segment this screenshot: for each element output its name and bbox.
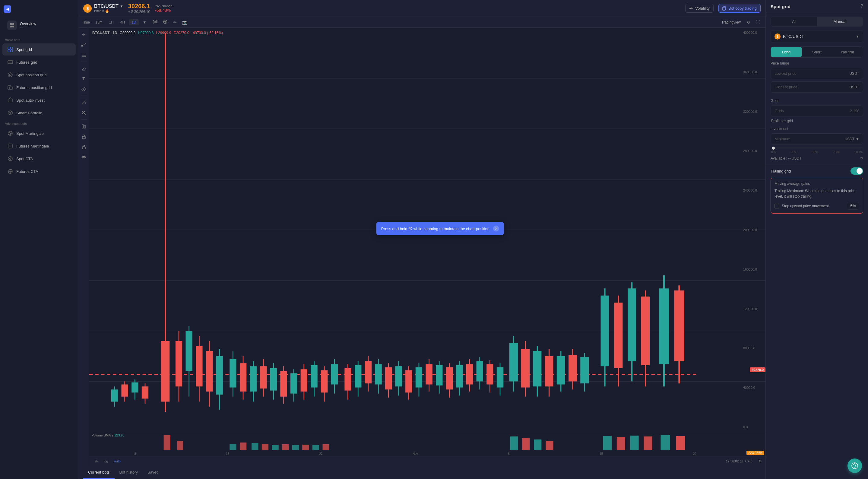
- tf-1d[interactable]: 1D: [129, 19, 138, 25]
- lowest-price-input[interactable]: Lowest price USDT: [771, 68, 863, 79]
- svg-rect-147: [509, 343, 518, 381]
- log-btn[interactable]: log: [102, 459, 110, 463]
- spot-martingale-icon: [7, 130, 13, 136]
- sidebar-item-futures-martingale[interactable]: Futures Martingale: [2, 140, 76, 152]
- lock-open-tool[interactable]: [80, 143, 88, 151]
- highest-price-placeholder: Highest price: [775, 85, 798, 89]
- tf-15m[interactable]: 15m: [93, 19, 105, 25]
- svg-rect-81: [161, 341, 169, 402]
- direction-neutral[interactable]: Neutral: [832, 47, 863, 57]
- futures-grid-label: Futures grid: [16, 60, 37, 64]
- shapes-tool[interactable]: [80, 85, 88, 93]
- spot-auto-invest-label: Spot auto-invest: [16, 98, 44, 102]
- mode-tab-manual[interactable]: Manual: [817, 17, 863, 26]
- trend-line-tool[interactable]: [80, 40, 88, 49]
- token-selector[interactable]: ₿ BTC/USDT ▼: [771, 30, 863, 43]
- x-axis-labels: 8 15 22 Nov 8 15 22: [89, 452, 741, 455]
- lines-tool[interactable]: [80, 51, 88, 59]
- direction-short[interactable]: Short: [802, 47, 832, 57]
- pair-info[interactable]: ₿ BTC/USDT ▼ Bitcoin 🔥: [83, 4, 123, 13]
- text-tool[interactable]: T: [80, 74, 88, 83]
- ohlc-change: -49730.0 (-62.16%): [192, 31, 223, 35]
- chart-canvas[interactable]: BTCUSDT · 1D O80000.0 H97909.8 L29999.9 …: [89, 28, 766, 432]
- svg-rect-143: [487, 364, 493, 385]
- tf-1h[interactable]: 1H: [107, 19, 116, 25]
- sidebar-item-spot-position-grid[interactable]: Spot position grid: [2, 69, 76, 81]
- grids-hint: 2-190: [850, 109, 859, 113]
- tab-saved[interactable]: Saved: [143, 466, 163, 479]
- highest-price-input[interactable]: Highest price USDT: [771, 82, 863, 93]
- zoom-tool[interactable]: [80, 109, 88, 117]
- stop-upward-label: Stop upward price movement: [782, 204, 829, 208]
- svg-rect-159: [580, 357, 589, 383]
- sidebar-item-spot-grid[interactable]: Spot grid: [2, 43, 76, 56]
- camera-icon[interactable]: 📷: [180, 19, 189, 26]
- fullscreen-icon[interactable]: ⛶: [754, 19, 762, 26]
- sidebar-item-spot-auto-invest[interactable]: Spot auto-invest: [2, 94, 76, 106]
- advanced-bots-label: Advanced bots: [0, 119, 78, 127]
- refresh-chart-icon[interactable]: ↻: [745, 19, 752, 26]
- svg-rect-161: [601, 296, 609, 366]
- investment-section: Investment Minimum USDT ▼ 0% 25% 50% 75%…: [766, 127, 868, 164]
- spot-cta-icon: [7, 156, 13, 162]
- bot-copy-trading-button[interactable]: Bot copy trading: [718, 4, 761, 13]
- sidebar-item-overview[interactable]: Overview ····: [2, 18, 76, 33]
- refresh-available-icon[interactable]: ↻: [860, 156, 863, 160]
- sidebar-toggle[interactable]: ◀: [4, 5, 11, 13]
- sidebar-item-futures-position-grid[interactable]: Futures position grid: [2, 82, 76, 93]
- svg-rect-177: [262, 444, 269, 450]
- eye-tool[interactable]: [80, 153, 88, 161]
- svg-rect-135: [446, 367, 453, 390]
- mode-tab-ai[interactable]: AI: [771, 17, 817, 26]
- svg-line-51: [82, 101, 86, 104]
- sidebar-item-spot-cta[interactable]: Spot CTA: [2, 153, 76, 165]
- volatility-button[interactable]: Volatility: [685, 4, 714, 13]
- stop-upward-checkbox[interactable]: [775, 204, 779, 208]
- price-range-title: Price range: [771, 61, 863, 65]
- main-content: ₿ BTC/USDT ▼ Bitcoin 🔥 30266.1 ≈ $ 30,26…: [79, 0, 766, 479]
- svg-rect-153: [545, 356, 553, 387]
- crosshair-tool[interactable]: ✛: [80, 30, 88, 39]
- svg-rect-95: [240, 363, 246, 391]
- indicator-tool[interactable]: [80, 122, 88, 130]
- spot-grid-label: Spot grid: [16, 47, 32, 52]
- investment-title: Investment: [771, 127, 863, 131]
- currency-selector[interactable]: USDT ▼: [844, 137, 859, 141]
- tf-4h[interactable]: 4H: [118, 19, 127, 25]
- settings-icon[interactable]: ⚙: [758, 459, 762, 463]
- support-button[interactable]: [847, 458, 862, 473]
- tooltip-close-button[interactable]: ✕: [493, 226, 499, 232]
- grids-section: Grids Grids 2-190 Profit per grid --: [766, 99, 868, 127]
- auto-btn[interactable]: auto: [112, 459, 122, 463]
- svg-point-195: [855, 467, 855, 468]
- help-icon[interactable]: ?: [861, 4, 863, 9]
- sidebar-item-futures-grid[interactable]: Futures grid: [2, 56, 76, 68]
- investment-slider[interactable]: 0% 25% 50% 75% 100%: [771, 148, 863, 154]
- percent-btn[interactable]: %: [93, 459, 99, 463]
- btc-icon: ₿: [83, 4, 92, 13]
- mode-tabs: AI Manual: [771, 17, 863, 27]
- measure-tool[interactable]: [80, 98, 88, 107]
- grids-input[interactable]: Grids 2-190: [771, 105, 863, 116]
- lock-tool[interactable]: [80, 132, 88, 141]
- sidebar-item-spot-martingale[interactable]: Spot Martingale: [2, 127, 76, 139]
- slider-thumb[interactable]: [771, 146, 775, 150]
- draw-icon[interactable]: ✏: [171, 19, 179, 26]
- direction-long[interactable]: Long: [771, 47, 802, 57]
- svg-rect-93: [229, 359, 236, 388]
- svg-rect-186: [534, 440, 541, 450]
- fib-tool[interactable]: [80, 64, 88, 73]
- tab-current-bots[interactable]: Current bots: [83, 466, 115, 479]
- chart-type-icon[interactable]: [151, 19, 159, 26]
- trailing-grid-toggle[interactable]: [850, 168, 863, 175]
- sidebar-item-smart-portfolio[interactable]: Smart Portfolio: [2, 107, 76, 119]
- futures-position-grid-label: Futures position grid: [16, 85, 52, 90]
- tab-bot-history[interactable]: Bot history: [115, 466, 143, 479]
- tf-dropdown[interactable]: ▼: [141, 19, 149, 25]
- compare-icon[interactable]: [161, 19, 169, 26]
- investment-input[interactable]: Minimum USDT ▼: [771, 133, 863, 145]
- svg-rect-183: [322, 444, 329, 450]
- tradingview-btn[interactable]: Tradingview: [719, 19, 743, 25]
- slider-labels: 0% 25% 50% 75% 100%: [771, 150, 863, 154]
- sidebar-item-futures-cta[interactable]: Futures CTA: [2, 165, 76, 177]
